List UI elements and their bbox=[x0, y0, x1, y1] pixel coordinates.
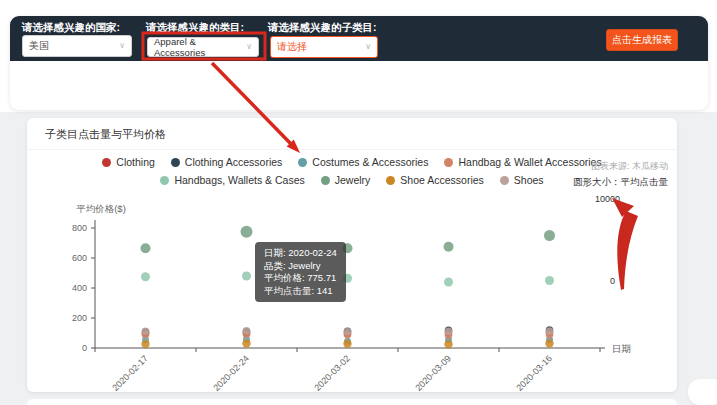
data-point[interactable] bbox=[445, 328, 453, 336]
subcategory-select[interactable]: 请选择 ∨ bbox=[270, 36, 378, 58]
generate-report-button[interactable]: 点击生成报表 bbox=[606, 29, 678, 51]
y-axis-title: 平均价格($) bbox=[76, 203, 126, 214]
selector-card: 请选择感兴趣的国家: 美国 ∨ 请选择感兴趣的类目: Apparel & Acc… bbox=[10, 16, 708, 110]
y-tick-label: 200 bbox=[72, 313, 87, 323]
next-card-edge bbox=[27, 399, 677, 405]
data-point[interactable] bbox=[243, 327, 251, 335]
country-value: 美国 bbox=[29, 39, 49, 53]
data-point[interactable] bbox=[141, 272, 150, 281]
category-label: 请选择感兴趣的类目: bbox=[146, 21, 244, 35]
category-select[interactable]: Apparel & Accessories ∨ bbox=[147, 37, 259, 57]
chevron-down-icon: ∨ bbox=[119, 42, 125, 50]
tooltip-clicks: 平均点击量: 141 bbox=[264, 285, 337, 298]
y-tick-label: 800 bbox=[72, 223, 87, 233]
data-point[interactable] bbox=[242, 272, 251, 281]
data-point[interactable] bbox=[545, 276, 554, 285]
x-tick-label: 2020-03-09 bbox=[413, 353, 453, 392]
data-point[interactable] bbox=[546, 327, 554, 335]
data-point[interactable] bbox=[344, 328, 352, 336]
x-tick-label: 2020-02-17 bbox=[110, 353, 150, 392]
tooltip-date: 日期: 2020-02-24 bbox=[264, 247, 337, 260]
y-tick-label: 400 bbox=[72, 283, 87, 293]
x-tick-label: 2020-03-16 bbox=[514, 353, 554, 392]
x-tick-label: 2020-03-02 bbox=[312, 353, 352, 392]
tooltip-category: 品类: Jewelry bbox=[264, 260, 337, 273]
data-point[interactable] bbox=[343, 340, 351, 348]
y-tick-label: 0 bbox=[82, 343, 87, 353]
data-point[interactable] bbox=[141, 340, 149, 348]
chart-card: 子类目点击量与平均价格 ClothingClothing Accessories… bbox=[27, 118, 677, 392]
subcategory-label: 请选择感兴趣的子类目: bbox=[268, 21, 377, 35]
floating-widget[interactable] bbox=[688, 379, 717, 405]
tooltip-price: 平均价格: 775.71 bbox=[264, 272, 337, 285]
data-point[interactable] bbox=[444, 242, 454, 252]
data-point[interactable] bbox=[242, 339, 250, 347]
x-tick-label: 2020-02-24 bbox=[211, 353, 251, 392]
data-point[interactable] bbox=[141, 243, 151, 253]
y-tick-label: 600 bbox=[72, 253, 87, 263]
x-axis-title: 日期 bbox=[612, 343, 631, 354]
data-point[interactable] bbox=[444, 278, 453, 287]
subcategory-value: 请选择 bbox=[277, 40, 307, 54]
scatter-plot[interactable]: 0200400600800平均价格($)2020-02-172020-02-24… bbox=[27, 118, 677, 392]
data-point[interactable] bbox=[241, 226, 253, 238]
chevron-down-icon: ∨ bbox=[246, 43, 252, 51]
data-point[interactable] bbox=[444, 340, 452, 348]
chart-tooltip: 日期: 2020-02-24 品类: Jewelry 平均价格: 775.71 … bbox=[255, 242, 346, 302]
selector-toolbar: 请选择感兴趣的国家: 美国 ∨ 请选择感兴趣的类目: Apparel & Acc… bbox=[10, 16, 708, 61]
chevron-down-icon: ∨ bbox=[365, 43, 371, 51]
data-point[interactable] bbox=[545, 339, 553, 347]
country-label: 请选择感兴趣的国家: bbox=[22, 21, 120, 35]
country-select[interactable]: 美国 ∨ bbox=[22, 35, 132, 57]
data-point[interactable] bbox=[142, 327, 150, 335]
data-point[interactable] bbox=[544, 230, 555, 241]
category-value: Apparel & Accessories bbox=[154, 36, 246, 58]
